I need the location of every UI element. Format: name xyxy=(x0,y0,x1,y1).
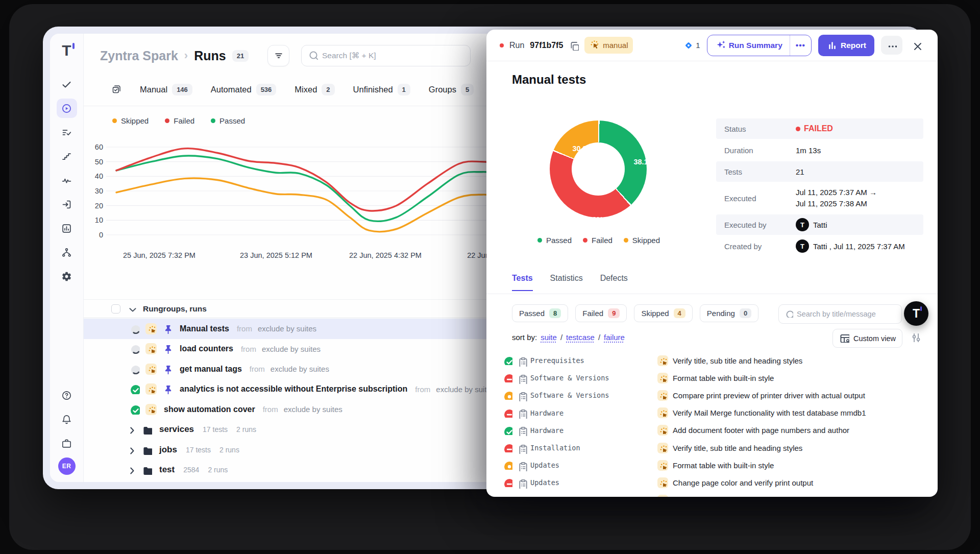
pin-icon xyxy=(162,344,173,354)
rungroup-tests-count: 17 tests xyxy=(186,446,211,454)
manual-cursor-icon xyxy=(148,325,155,332)
select-all-runs-button[interactable] xyxy=(111,84,121,94)
user-avatar[interactable]: ER xyxy=(58,457,76,475)
test-row[interactable] xyxy=(486,492,938,497)
svg-text:23 Jun, 2025 5:12 PM: 23 Jun, 2025 5:12 PM xyxy=(240,251,312,259)
view-settings-button[interactable] xyxy=(910,332,920,344)
manual-test-icon xyxy=(657,443,668,453)
sidebar-item-notifications[interactable] xyxy=(57,410,77,429)
sort-by-label: sort by: xyxy=(512,333,537,342)
legend-failed: Failed xyxy=(165,116,194,125)
report-button[interactable]: Report xyxy=(818,35,874,56)
panel-tab-defects[interactable]: Defects xyxy=(600,274,628,291)
rungroup-runs-count: 2 runs xyxy=(236,425,256,433)
test-row[interactable]: Updates Format table with built-in style xyxy=(486,456,938,474)
tab-manual[interactable]: Manual 146 xyxy=(140,84,192,95)
test-row[interactable]: Software & Versions Format table with bu… xyxy=(486,369,938,387)
breadcrumb-project[interactable]: Zyntra Spark xyxy=(100,49,178,63)
sliders-icon xyxy=(910,332,920,342)
manual-test-icon xyxy=(657,390,668,401)
filter-button[interactable] xyxy=(267,45,289,66)
info-row-duration: Duration1m 13s xyxy=(716,139,923,161)
tab-automated[interactable]: Automated 536 xyxy=(211,84,277,95)
copy-run-id-button[interactable] xyxy=(569,40,579,51)
more-actions-button[interactable] xyxy=(881,36,902,55)
sidebar-item-tasks[interactable] xyxy=(57,75,77,94)
tests-search xyxy=(778,304,902,324)
sidebar-item-milestones[interactable] xyxy=(57,147,77,166)
test-row[interactable]: Hardware Add document footer with page n… xyxy=(486,422,938,439)
run-label: Run xyxy=(509,41,524,50)
sidebar-item-runs[interactable] xyxy=(57,99,77,118)
test-row[interactable]: Prerequisites Verify title, sub title an… xyxy=(486,352,938,369)
sort-by-suite[interactable]: suite xyxy=(541,333,557,342)
filter-chip-pending[interactable]: Pending 0 xyxy=(700,304,758,322)
chart-legend: SkippedFailedPassed xyxy=(112,116,245,125)
expand-group-button[interactable] xyxy=(126,465,136,475)
status-failed-icon xyxy=(503,373,512,382)
tab-mixed[interactable]: Mixed 2 xyxy=(295,84,334,95)
sidebar-item-analytics[interactable] xyxy=(57,219,77,238)
results-donut-chart: 38.1%42.9%30.8% xyxy=(550,121,647,218)
svg-text:20: 20 xyxy=(95,202,103,210)
sort-controls: sort by:suite/testcase/failure xyxy=(512,333,625,342)
sidebar-item-help[interactable] xyxy=(57,386,77,405)
sidebar-item-settings[interactable] xyxy=(57,267,77,286)
manual-cursor-icon xyxy=(148,345,155,353)
run-summary-button[interactable]: Run Summary ••• xyxy=(707,35,812,56)
test-row[interactable]: Updates Change page color and verify pri… xyxy=(486,474,938,491)
tab-unfinished[interactable]: Unfinished 1 xyxy=(353,84,410,95)
sidebar-item-import[interactable] xyxy=(57,195,77,214)
filter-chip-passed[interactable]: Passed 8 xyxy=(512,304,568,322)
filter-chip-count: 0 xyxy=(740,308,751,318)
rungroup-name: jobs xyxy=(159,445,177,455)
run-id: 97f1b7f5 xyxy=(530,41,563,50)
custom-view-button[interactable]: Custom view xyxy=(832,329,902,348)
panel-tab-statistics[interactable]: Statistics xyxy=(550,274,583,291)
search-input[interactable] xyxy=(322,51,464,60)
chevron-down-icon xyxy=(127,304,137,314)
linked-issue[interactable]: 1 xyxy=(682,39,700,51)
tab-groups[interactable]: Groups 5 xyxy=(429,84,474,95)
assistant-avatar-button[interactable]: T xyxy=(904,301,928,326)
manual-run-icon xyxy=(145,343,157,354)
sort-by-testcase[interactable]: testcase xyxy=(566,333,595,342)
manual-test-icon xyxy=(657,407,668,418)
status-failed-icon xyxy=(503,408,512,418)
expand-group-button[interactable] xyxy=(126,445,136,455)
clipboard-icon xyxy=(517,426,527,436)
status-passed-icon xyxy=(130,384,140,394)
panel-tabs-divider xyxy=(486,294,938,294)
app-logo[interactable]: T xyxy=(58,42,76,59)
test-row[interactable]: Installation Verify title, sub title and… xyxy=(486,439,938,456)
dots-h-icon xyxy=(887,40,897,51)
test-suite: Software & Versions xyxy=(530,391,609,399)
select-all-checkbox[interactable] xyxy=(111,304,120,314)
manual-run-icon xyxy=(145,404,157,415)
sidebar-item-projects[interactable] xyxy=(57,433,77,453)
run-summary-more-button[interactable]: ••• xyxy=(790,35,811,56)
panel-tab-tests[interactable]: Tests xyxy=(512,274,533,291)
sidebar-item-pulse[interactable] xyxy=(57,171,77,190)
search-icon xyxy=(308,50,318,60)
manual-cursor-icon xyxy=(659,462,667,469)
filter-chip-failed[interactable]: Failed 9 xyxy=(575,304,627,322)
expand-group-button[interactable] xyxy=(126,424,136,435)
test-row[interactable]: Software & Versions Compare print previe… xyxy=(486,387,938,404)
collapse-all-button[interactable] xyxy=(127,304,137,314)
run-name: show automation cover xyxy=(164,405,255,414)
donut-legend-skipped: Skipped xyxy=(624,236,660,245)
filter-chip-skipped[interactable]: Skipped 4 xyxy=(634,304,692,322)
clipboard-icon xyxy=(517,461,527,471)
sidebar-item-traceability[interactable] xyxy=(57,243,77,262)
rungroup-runs-count: 2 runs xyxy=(219,446,239,454)
manual-test-icon xyxy=(657,477,668,488)
test-title: Verify Mail Merge functionality with tes… xyxy=(673,408,866,417)
sort-by-failure[interactable]: failure xyxy=(604,333,625,342)
sidebar-item-test-plans[interactable] xyxy=(57,123,77,142)
test-row[interactable]: Hardware Verify Mail Merge functionality… xyxy=(486,404,938,422)
manual-cursor-icon xyxy=(659,479,667,487)
manual-test-icon xyxy=(657,460,668,471)
close-panel-button[interactable] xyxy=(909,38,924,53)
tests-search-input[interactable] xyxy=(797,310,896,318)
